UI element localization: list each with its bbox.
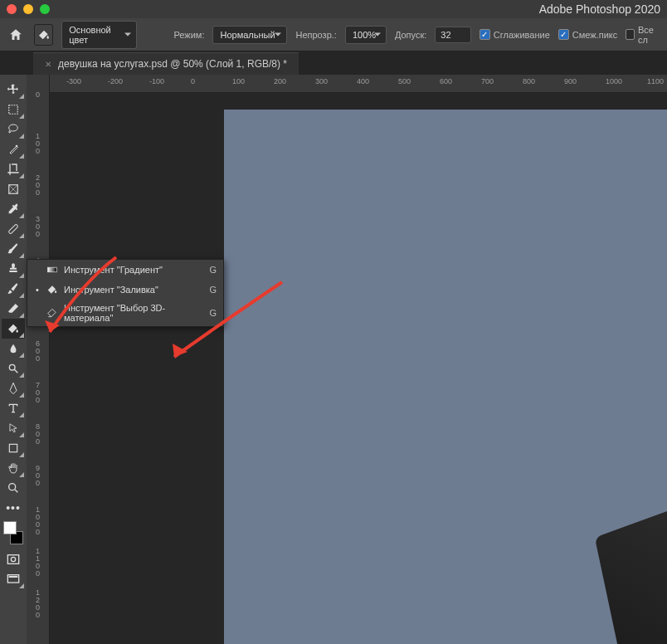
ruler-tick: 1 0 0 <box>27 133 49 155</box>
svg-rect-5 <box>9 444 17 451</box>
document-tab-title: девушка на услугах.psd @ 50% (Слой 1, RG… <box>58 58 287 70</box>
canvas-area[interactable] <box>50 93 667 644</box>
quick-selection-tool[interactable] <box>2 139 25 159</box>
zoom-icon <box>7 481 20 495</box>
ellipsis-icon: ••• <box>6 501 21 515</box>
zoom-tool[interactable] <box>2 478 25 498</box>
vertical-ruler: 01 0 02 0 03 0 04 0 05 0 06 0 07 0 08 0 … <box>27 75 50 644</box>
eyedropper-icon <box>7 202 20 216</box>
current-tool-indicator[interactable] <box>34 24 53 46</box>
contiguous-checkbox[interactable]: ✓Смеж.пикс <box>558 29 617 40</box>
svg-rect-3 <box>8 224 18 234</box>
flyout-item-shortcut: G <box>209 265 217 275</box>
move-tool[interactable] <box>2 80 25 100</box>
flyout-item[interactable]: Инструмент "Выбор 3D-материала" G <box>27 300 223 326</box>
svg-point-4 <box>9 364 15 370</box>
history-brush-tool[interactable] <box>2 279 25 299</box>
quick-mask-button[interactable] <box>2 549 25 569</box>
blend-mode-value: Нормальный <box>220 30 275 40</box>
blend-mode-dropdown[interactable]: Нормальный <box>212 26 287 44</box>
svg-rect-10 <box>9 576 18 578</box>
pen-tool[interactable] <box>2 378 25 398</box>
ruler-tick: 6 0 0 <box>27 340 49 363</box>
flyout-item-shortcut: G <box>209 285 217 295</box>
flyout-item[interactable]: • Инструмент "Заливка" G <box>27 280 223 300</box>
ruler-tick: 8 0 0 <box>27 423 49 446</box>
bandage-icon <box>7 222 20 236</box>
contiguous-label: Смеж.пикс <box>572 30 617 40</box>
opacity-input[interactable]: 100% <box>345 26 387 44</box>
fill-source-dropdown[interactable]: Основной цвет <box>61 21 137 49</box>
screen-mode-button[interactable] <box>2 569 25 589</box>
edit-toolbar-button[interactable]: ••• <box>2 498 25 518</box>
color-swatches[interactable] <box>2 521 25 544</box>
frame-tool[interactable] <box>2 179 25 199</box>
pen-icon <box>7 382 20 395</box>
brush-tool[interactable] <box>2 239 25 259</box>
hand-tool[interactable] <box>2 458 25 478</box>
ruler-tick: 500 <box>398 77 411 85</box>
ruler-tick: 1 1 0 0 <box>27 548 49 578</box>
ruler-tick: 600 <box>440 77 452 85</box>
gradient-bucket-tool[interactable] <box>2 319 25 339</box>
tolerance-input[interactable]: 32 <box>435 27 471 43</box>
canvas-container: -300-200-1000100200300400500600700800900… <box>50 75 667 644</box>
ruler-tick: 1 0 0 0 <box>27 506 49 536</box>
dodge-tool[interactable] <box>2 359 25 378</box>
marquee-icon <box>7 104 19 115</box>
ruler-tick: 3 0 0 <box>27 216 49 238</box>
blur-tool[interactable] <box>2 339 25 359</box>
opacity-value: 100% <box>353 30 376 40</box>
ruler-tick: 0 <box>27 91 49 99</box>
flyout-item-shortcut: G <box>209 308 217 318</box>
flyout-item[interactable]: Инструмент "Градиент" G <box>27 260 223 280</box>
ruler-tick: 700 <box>481 77 494 85</box>
svg-rect-7 <box>7 555 18 564</box>
foreground-color-swatch[interactable] <box>3 521 17 534</box>
home-button[interactable] <box>7 23 26 46</box>
bucket-icon <box>46 283 59 296</box>
rectangle-tool[interactable] <box>2 438 25 458</box>
close-tab-icon[interactable]: ✕ <box>45 60 51 69</box>
crop-tool[interactable] <box>2 159 25 179</box>
eraser-tool[interactable] <box>2 299 25 319</box>
close-window-button[interactable] <box>7 4 17 14</box>
document-tab[interactable]: ✕ девушка на услугах.psd @ 50% (Слой 1, … <box>33 52 299 75</box>
marquee-tool[interactable] <box>2 100 25 120</box>
clone-stamp-tool[interactable] <box>2 259 25 279</box>
dodge-icon <box>7 362 20 375</box>
svg-rect-11 <box>47 267 56 272</box>
mode-label: Режим: <box>174 30 205 40</box>
document-canvas[interactable] <box>224 110 667 644</box>
document-tab-bar: ✕ девушка на услугах.psd @ 50% (Слой 1, … <box>0 51 667 75</box>
ruler-tick: 300 <box>315 77 328 85</box>
antialias-checkbox[interactable]: ✓Сглаживание <box>480 29 550 40</box>
history-brush-icon <box>7 282 20 295</box>
all-layers-checkbox[interactable]: Все сл <box>626 25 660 45</box>
crop-icon <box>7 163 20 176</box>
frame-icon <box>7 183 19 195</box>
path-selection-tool[interactable] <box>2 418 25 438</box>
antialias-label: Сглаживание <box>494 30 550 40</box>
paint-bucket-icon <box>7 322 20 335</box>
minimize-window-button[interactable] <box>23 4 33 14</box>
svg-point-1 <box>16 145 18 148</box>
arrow-cursor-icon <box>7 422 19 435</box>
lasso-icon <box>7 123 20 136</box>
tools-panel: ••• <box>0 75 27 644</box>
droplet-icon <box>7 342 19 355</box>
ruler-tick: 900 <box>564 77 577 85</box>
check-icon: ✓ <box>558 29 569 40</box>
lasso-tool[interactable] <box>2 120 25 139</box>
ruler-tick: -100 <box>149 77 164 85</box>
options-bar: Основной цвет Режим: Нормальный Непрозр.… <box>0 18 667 51</box>
type-tool[interactable] <box>2 398 25 418</box>
healing-brush-tool[interactable] <box>2 219 25 239</box>
tolerance-label: Допуск: <box>395 30 426 40</box>
maximize-window-button[interactable] <box>40 4 50 14</box>
gradient-icon <box>46 263 59 276</box>
svg-point-6 <box>9 484 16 490</box>
eyedropper-tool[interactable] <box>2 199 25 219</box>
check-icon: ✓ <box>480 29 490 40</box>
workspace: ••• 01 0 02 0 03 0 04 0 05 0 06 0 07 0 0… <box>0 75 667 644</box>
